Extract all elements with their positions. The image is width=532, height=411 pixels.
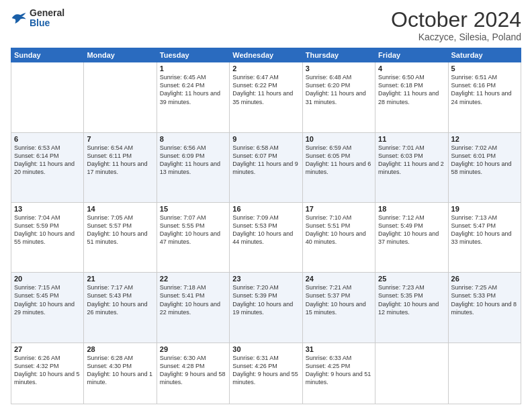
day-info: Sunrise: 6:50 AM Sunset: 6:18 PM Dayligh… (378, 73, 445, 106)
calendar-cell: 24Sunrise: 7:21 AM Sunset: 5:37 PM Dayli… (302, 273, 375, 342)
logo-general: General (30, 8, 64, 18)
day-info: Sunrise: 6:54 AM Sunset: 6:11 PM Dayligh… (87, 144, 153, 177)
calendar-cell: 29Sunrise: 6:30 AM Sunset: 4:28 PM Dayli… (157, 342, 229, 404)
calendar-table: SundayMondayTuesdayWednesdayThursdayFrid… (11, 48, 521, 404)
weekday-header-row: SundayMondayTuesdayWednesdayThursdayFrid… (11, 48, 521, 62)
calendar-cell: 4Sunrise: 6:50 AM Sunset: 6:18 PM Daylig… (375, 62, 448, 132)
day-number: 24 (306, 275, 372, 283)
day-number: 11 (378, 135, 445, 143)
calendar-cell: 16Sunrise: 7:09 AM Sunset: 5:53 PM Dayli… (230, 202, 302, 272)
calendar-cell: 20Sunrise: 7:15 AM Sunset: 5:45 PM Dayli… (11, 273, 84, 342)
calendar-cell: 12Sunrise: 7:02 AM Sunset: 6:01 PM Dayli… (448, 132, 521, 202)
calendar-cell: 2Sunrise: 6:47 AM Sunset: 6:22 PM Daylig… (230, 62, 302, 132)
day-number: 14 (87, 205, 153, 213)
day-info: Sunrise: 7:10 AM Sunset: 5:51 PM Dayligh… (306, 214, 372, 246)
calendar-cell: 15Sunrise: 7:07 AM Sunset: 5:55 PM Dayli… (157, 202, 229, 272)
day-number: 21 (87, 275, 153, 283)
day-number: 23 (232, 275, 299, 283)
day-info: Sunrise: 6:31 AM Sunset: 4:26 PM Dayligh… (232, 354, 299, 387)
day-info: Sunrise: 7:01 AM Sunset: 6:03 PM Dayligh… (378, 144, 445, 177)
weekday-header: Monday (84, 48, 157, 62)
calendar-cell: 22Sunrise: 7:18 AM Sunset: 5:41 PM Dayli… (157, 273, 229, 342)
calendar-cell: 21Sunrise: 7:17 AM Sunset: 5:43 PM Dayli… (84, 273, 157, 342)
month-title: October 2024 (391, 8, 521, 32)
day-info: Sunrise: 7:17 AM Sunset: 5:43 PM Dayligh… (87, 283, 153, 316)
calendar-cell: 10Sunrise: 6:59 AM Sunset: 6:05 PM Dayli… (302, 132, 375, 202)
day-info: Sunrise: 6:33 AM Sunset: 4:25 PM Dayligh… (306, 354, 372, 387)
logo-bird-icon (11, 11, 27, 25)
day-number: 16 (232, 205, 299, 213)
day-number: 18 (378, 205, 445, 213)
day-number: 5 (451, 64, 518, 73)
weekday-header: Tuesday (157, 48, 229, 62)
calendar-cell: 17Sunrise: 7:10 AM Sunset: 5:51 PM Dayli… (302, 202, 375, 272)
day-number: 4 (378, 64, 445, 73)
calendar-cell (448, 342, 521, 404)
calendar-cell: 25Sunrise: 7:23 AM Sunset: 5:35 PM Dayli… (375, 273, 448, 342)
day-number: 3 (306, 64, 372, 73)
calendar-week-row: 1Sunrise: 6:45 AM Sunset: 6:24 PM Daylig… (11, 62, 521, 132)
day-info: Sunrise: 6:51 AM Sunset: 6:16 PM Dayligh… (451, 73, 518, 106)
calendar-cell (375, 342, 448, 404)
calendar-cell: 5Sunrise: 6:51 AM Sunset: 6:16 PM Daylig… (448, 62, 521, 132)
weekday-header: Saturday (448, 48, 521, 62)
day-number: 1 (160, 64, 226, 73)
day-number: 29 (160, 345, 226, 353)
calendar-cell: 1Sunrise: 6:45 AM Sunset: 6:24 PM Daylig… (157, 62, 229, 132)
day-info: Sunrise: 7:21 AM Sunset: 5:37 PM Dayligh… (306, 283, 372, 316)
day-number: 13 (14, 205, 81, 213)
calendar-cell: 3Sunrise: 6:48 AM Sunset: 6:20 PM Daylig… (302, 62, 375, 132)
day-number: 12 (451, 135, 518, 143)
calendar-cell: 19Sunrise: 7:13 AM Sunset: 5:47 PM Dayli… (448, 202, 521, 272)
day-info: Sunrise: 7:04 AM Sunset: 5:59 PM Dayligh… (14, 214, 81, 246)
day-info: Sunrise: 7:05 AM Sunset: 5:57 PM Dayligh… (87, 214, 153, 246)
day-info: Sunrise: 6:28 AM Sunset: 4:30 PM Dayligh… (87, 354, 153, 387)
day-number: 28 (87, 345, 153, 353)
day-info: Sunrise: 7:25 AM Sunset: 5:33 PM Dayligh… (451, 283, 518, 316)
day-info: Sunrise: 6:48 AM Sunset: 6:20 PM Dayligh… (306, 73, 372, 106)
calendar-cell (84, 62, 157, 132)
weekday-header: Friday (375, 48, 448, 62)
day-number: 30 (232, 345, 299, 353)
day-number: 2 (232, 64, 299, 73)
calendar-week-row: 27Sunrise: 6:26 AM Sunset: 4:32 PM Dayli… (11, 342, 521, 404)
day-info: Sunrise: 7:13 AM Sunset: 5:47 PM Dayligh… (451, 214, 518, 246)
day-info: Sunrise: 7:20 AM Sunset: 5:39 PM Dayligh… (232, 283, 299, 316)
title-block: October 2024 Kaczyce, Silesia, Poland (391, 8, 521, 42)
calendar-cell: 18Sunrise: 7:12 AM Sunset: 5:49 PM Dayli… (375, 202, 448, 272)
calendar-cell: 31Sunrise: 6:33 AM Sunset: 4:25 PM Dayli… (302, 342, 375, 404)
day-number: 15 (160, 205, 226, 213)
day-number: 7 (87, 135, 153, 143)
location: Kaczyce, Silesia, Poland (391, 32, 521, 42)
weekday-header: Thursday (302, 48, 375, 62)
day-number: 20 (14, 275, 81, 283)
calendar-cell: 23Sunrise: 7:20 AM Sunset: 5:39 PM Dayli… (230, 273, 302, 342)
day-number: 25 (378, 275, 445, 283)
day-info: Sunrise: 6:45 AM Sunset: 6:24 PM Dayligh… (160, 73, 226, 106)
day-number: 9 (232, 135, 299, 143)
day-number: 27 (14, 345, 81, 353)
calendar-week-row: 6Sunrise: 6:53 AM Sunset: 6:14 PM Daylig… (11, 132, 521, 202)
day-info: Sunrise: 7:23 AM Sunset: 5:35 PM Dayligh… (378, 283, 445, 316)
calendar-week-row: 20Sunrise: 7:15 AM Sunset: 5:45 PM Dayli… (11, 273, 521, 342)
day-info: Sunrise: 7:07 AM Sunset: 5:55 PM Dayligh… (160, 214, 226, 246)
calendar-week-row: 13Sunrise: 7:04 AM Sunset: 5:59 PM Dayli… (11, 202, 521, 272)
logo-text: General Blue (30, 8, 64, 29)
calendar-cell: 14Sunrise: 7:05 AM Sunset: 5:57 PM Dayli… (84, 202, 157, 272)
calendar-cell: 27Sunrise: 6:26 AM Sunset: 4:32 PM Dayli… (11, 342, 84, 404)
day-info: Sunrise: 6:59 AM Sunset: 6:05 PM Dayligh… (306, 144, 372, 177)
calendar-cell: 13Sunrise: 7:04 AM Sunset: 5:59 PM Dayli… (11, 202, 84, 272)
logo-blue: Blue (30, 18, 64, 28)
day-info: Sunrise: 7:12 AM Sunset: 5:49 PM Dayligh… (378, 214, 445, 246)
header: General Blue October 2024 Kaczyce, Siles… (11, 8, 521, 42)
calendar-cell: 26Sunrise: 7:25 AM Sunset: 5:33 PM Dayli… (448, 273, 521, 342)
day-number: 17 (306, 205, 372, 213)
day-number: 19 (451, 205, 518, 213)
day-number: 10 (306, 135, 372, 143)
day-number: 31 (306, 345, 372, 353)
day-info: Sunrise: 6:47 AM Sunset: 6:22 PM Dayligh… (232, 73, 299, 106)
calendar-cell: 11Sunrise: 7:01 AM Sunset: 6:03 PM Dayli… (375, 132, 448, 202)
page: General Blue October 2024 Kaczyce, Siles… (0, 0, 532, 411)
logo: General Blue (11, 8, 64, 29)
day-info: Sunrise: 6:26 AM Sunset: 4:32 PM Dayligh… (14, 354, 81, 387)
